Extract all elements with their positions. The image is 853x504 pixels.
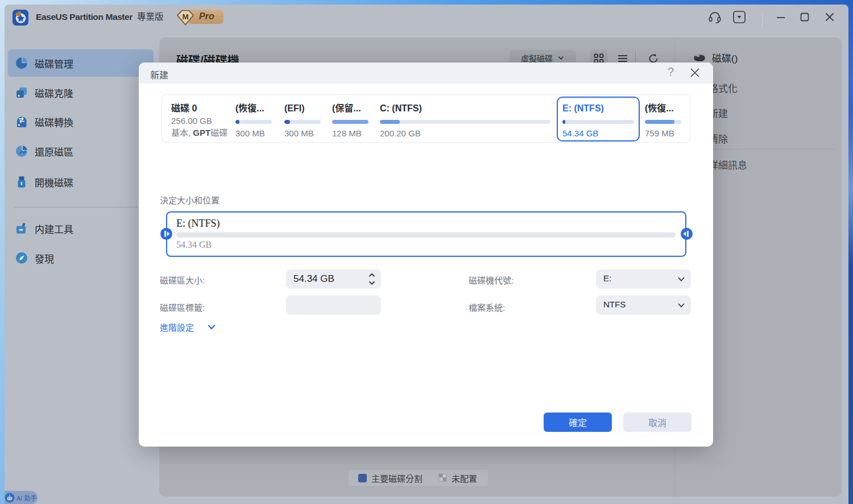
svg-text:M: M — [182, 13, 188, 21]
